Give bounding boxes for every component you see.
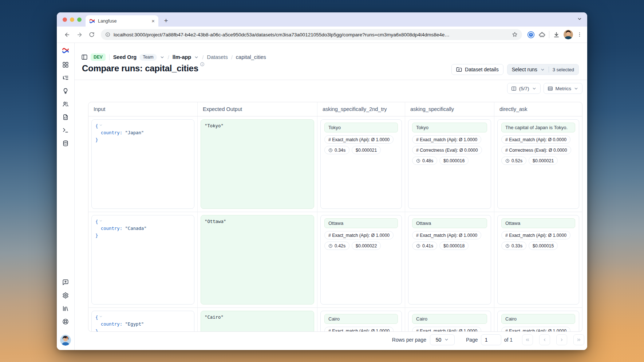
datasets-database-icon[interactable] [62, 140, 69, 147]
extensions-puzzle-icon[interactable] [538, 31, 545, 38]
next-page-button[interactable] [556, 334, 567, 345]
tab-overflow-chevron-icon[interactable] [577, 16, 582, 21]
input-cell: { country: "Egypt"} [88, 308, 198, 332]
downloads-icon[interactable] [553, 31, 560, 38]
column-visibility-button[interactable]: (5/7) [507, 83, 541, 94]
run-observation-box[interactable]: Cairo# Exact_match (Api): Ø 1.0000 [497, 311, 579, 332]
minimize-window-button[interactable] [70, 17, 74, 22]
run-output-box[interactable]: Tokyo [412, 123, 487, 132]
org-chevron-down-icon[interactable] [160, 55, 165, 60]
run-output-box[interactable]: Cairo [412, 314, 487, 324]
score-badge: # Exact_match (Api): Ø 1.0000 [501, 231, 570, 239]
url-bar[interactable]: localhost:3000/project/7a88fb47-b4e2-43b… [101, 29, 522, 40]
page-title: Compare runs: capital_cities [82, 63, 198, 73]
org-type-badge: Team [139, 54, 157, 61]
rows-per-page-select[interactable]: 50 [430, 334, 455, 345]
expected-output-box[interactable]: "Cairo" [201, 311, 314, 332]
dataset-details-button[interactable]: Dataset details [451, 64, 503, 75]
title-info-icon[interactable] [200, 62, 205, 73]
prompts-file-icon[interactable] [62, 114, 69, 120]
run-output-box[interactable]: Tokyo [324, 123, 398, 132]
expected-output-box[interactable]: "Tokyo" [201, 119, 314, 209]
select-runs-button[interactable]: Select runs 3 selected [507, 64, 579, 75]
run-observation-box[interactable]: Tokyo# Exact_match (Api): Ø 1.00000.34s$… [320, 119, 402, 209]
input-json-box[interactable]: { country: "Japan"} [91, 119, 194, 209]
json-collapse-chevron-icon[interactable] [99, 315, 103, 318]
bookmark-star-icon[interactable] [512, 32, 518, 37]
run-output-box[interactable]: Ottawa [412, 218, 487, 228]
run-observation-box[interactable]: Ottawa# Exact_match (Api): Ø 1.00000.33s… [497, 215, 579, 305]
input-json-box[interactable]: { country: "Egypt"} [91, 311, 194, 332]
browser-tab[interactable]: Langfuse × [86, 15, 158, 27]
docs-library-icon[interactable] [62, 305, 69, 312]
password-manager-extension-icon[interactable] [527, 31, 535, 39]
url-text[interactable]: localhost:3000/project/7a88fb47-b4e2-43b… [114, 32, 509, 37]
support-lifebuoy-icon[interactable] [62, 318, 69, 325]
settings-gear-icon[interactable] [62, 292, 69, 299]
run-output-box[interactable]: Ottawa [324, 218, 398, 228]
forward-icon[interactable] [74, 29, 85, 40]
breadcrumb-datasets-link[interactable]: Datasets [207, 54, 228, 60]
cost-badge: $0.000021 [352, 146, 381, 154]
first-page-button[interactable] [522, 334, 533, 345]
expected-output-box[interactable]: "Ottawa" [201, 215, 314, 305]
run-cell: Tokyo# Exact_match (Api): Ø 1.00000.34s$… [317, 116, 405, 212]
users-icon[interactable] [62, 101, 69, 107]
new-tab-button[interactable]: + [161, 16, 171, 25]
site-info-icon[interactable] [105, 32, 110, 37]
langfuse-logo[interactable] [62, 47, 69, 54]
run-observation-box[interactable]: Tokyo# Exact_match (Api): Ø 1.0000# Corr… [408, 119, 491, 209]
run-observation-box[interactable]: The capital of Japan is Tokyo.# Exact_ma… [497, 119, 579, 209]
run-observation-box[interactable]: Ottawa# Exact_match (Api): Ø 1.00000.42s… [320, 215, 402, 305]
table-header-row: InputExpected Outputasking_specifically_… [88, 102, 582, 116]
metrics-button[interactable]: Metrics [544, 83, 583, 94]
json-collapse-chevron-icon[interactable] [99, 123, 103, 127]
run-output-box[interactable]: Cairo [501, 314, 575, 324]
sessions-lightbulb-icon[interactable] [62, 88, 69, 94]
score-badge: # Exact_match (Api): Ø 1.0000 [324, 327, 394, 332]
score-badge: # Exact_match (Api): Ø 1.0000 [501, 327, 570, 332]
breadcrumb-project[interactable]: llm-app [173, 54, 191, 60]
page-number-input[interactable] [481, 334, 501, 345]
user-avatar[interactable] [60, 335, 71, 346]
score-badge: # Correctness (Eval): Ø 0.0000 [501, 146, 571, 154]
previous-page-button[interactable] [539, 334, 550, 345]
clock-icon [328, 148, 333, 152]
breadcrumb-dataset-name[interactable]: capital_cities [236, 54, 266, 60]
run-output-box[interactable]: Cairo [324, 314, 398, 324]
input-json-box[interactable]: { country: "Canada"} [91, 215, 194, 305]
last-page-button[interactable] [573, 334, 584, 345]
feedback-message-plus-icon[interactable] [62, 279, 69, 286]
run-observation-box[interactable]: Cairo# Exact_match (Api): Ø 1.0000 [408, 311, 491, 332]
browser-profile-avatar[interactable] [564, 30, 573, 39]
close-window-button[interactable] [63, 17, 67, 22]
table-row: { country: "Egypt"}"Cairo"Cairo# Exact_m… [88, 308, 582, 332]
breadcrumb: DEV Seed Org Team llm-app Datasets capit… [81, 53, 266, 61]
tab-close-icon[interactable]: × [151, 18, 155, 24]
run-output-box[interactable]: The capital of Japan is Tokyo. [501, 123, 575, 132]
cost-badge: $0.000021 [529, 156, 558, 165]
clock-icon [505, 244, 510, 248]
fullscreen-window-button[interactable] [77, 17, 82, 22]
rows-per-page-label: Rows per page [392, 337, 426, 343]
tracing-list-tree-icon[interactable] [62, 75, 69, 81]
env-badge: DEV [91, 53, 106, 61]
latency-badge: 0.52s [501, 156, 526, 165]
run-observation-box[interactable]: Cairo# Exact_match (Api): Ø 1.0000 [320, 311, 402, 332]
playground-terminal-icon[interactable] [62, 127, 69, 134]
json-collapse-chevron-icon[interactable] [99, 219, 103, 223]
run-observation-box[interactable]: Ottawa# Exact_match (Api): Ø 1.00000.41s… [408, 215, 491, 305]
breadcrumb-org[interactable]: Seed Org [113, 54, 137, 60]
cost-badge: $0.000022 [352, 242, 381, 250]
dashboard-icon[interactable] [62, 61, 69, 68]
reload-icon[interactable] [86, 29, 97, 40]
browser-window: Langfuse × + localhost:3000/project/7a88… [57, 12, 587, 350]
run-output-box[interactable]: Ottawa [501, 218, 575, 228]
back-icon[interactable] [62, 29, 72, 40]
sidebar-toggle-icon[interactable] [81, 54, 88, 60]
window-controls [63, 17, 82, 22]
compare-runs-table: InputExpected Outputasking_specifically_… [88, 102, 582, 332]
project-chevron-down-icon[interactable] [194, 55, 199, 60]
browser-menu-kebab-icon[interactable] [577, 32, 582, 37]
table-controls: (5/7) Metrics [75, 80, 587, 97]
